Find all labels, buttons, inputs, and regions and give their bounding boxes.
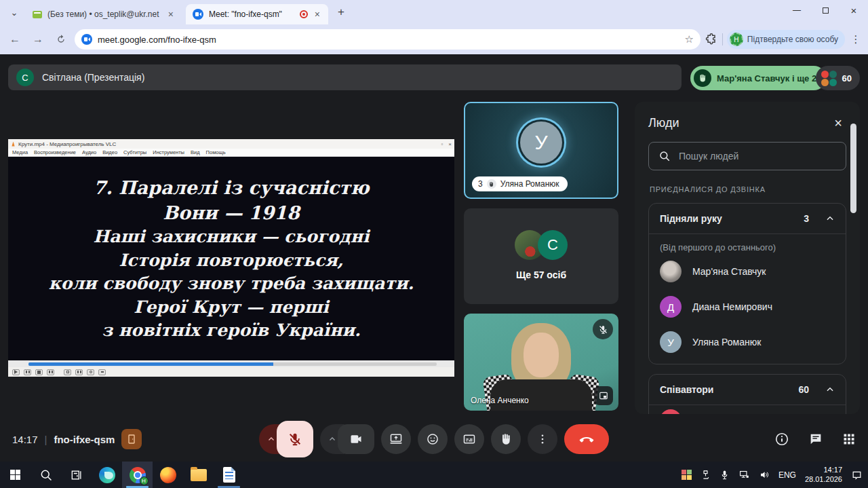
people-panel: Люди × ПРИЄДНАЛИСЯ ДО ДЗВІНКА Підняли ру… (635, 102, 860, 414)
new-tab-button[interactable]: + (332, 3, 350, 21)
people-search[interactable] (648, 142, 846, 170)
reload-button[interactable] (52, 30, 71, 49)
hand-icon (499, 432, 513, 446)
vlc-menu-item[interactable]: Видео (102, 149, 117, 155)
vlc-random-button[interactable] (98, 369, 106, 375)
search-icon (39, 468, 53, 482)
people-search-input[interactable] (679, 151, 836, 162)
reactions-button[interactable] (418, 424, 448, 454)
vlc-next-button[interactable] (47, 369, 54, 375)
pip-button[interactable] (594, 386, 613, 405)
close-button[interactable]: × (840, 0, 868, 20)
toolbar-separator (722, 33, 723, 45)
vlc-previous-button[interactable] (24, 369, 31, 375)
tab-search-button[interactable]: ⌄ (5, 3, 23, 21)
taskbar-chrome[interactable]: H (122, 462, 153, 488)
start-button[interactable] (0, 462, 31, 488)
browser-menu-button[interactable]: ⋮ (849, 33, 863, 45)
grid-icon (842, 432, 856, 446)
usb-tray-icon[interactable] (701, 470, 711, 480)
kebab-icon (536, 433, 549, 445)
vlc-menu-item[interactable]: Помощь (206, 149, 226, 155)
vlc-play-button[interactable] (12, 369, 20, 375)
network-tray-icon[interactable] (738, 470, 750, 480)
taskbar-time: 14:17 (805, 466, 842, 475)
chevron-up-icon[interactable] (825, 385, 835, 394)
address-bar[interactable]: meet.google.com/fno-ifxe-qsm ☆ (75, 29, 701, 50)
participant-video-tile[interactable]: Олена Анченко (464, 314, 618, 411)
vlc-loop-button[interactable] (87, 369, 94, 375)
slide-area: 7. Паралелі із сучасністю Вони — 1918 На… (8, 157, 454, 360)
notification-icon (851, 470, 863, 481)
vlc-stop-button[interactable] (35, 369, 43, 375)
taskbar-search-button[interactable] (31, 462, 61, 488)
panel-scrollbar[interactable] (850, 124, 856, 213)
phone-down-icon (578, 431, 595, 447)
volume-tray-icon[interactable] (759, 470, 770, 480)
overflow-tile[interactable]: C Ще 57 осіб (464, 208, 618, 304)
bookmark-star-icon[interactable]: ☆ (684, 33, 693, 45)
present-screen-button[interactable] (381, 424, 411, 454)
end-call-button[interactable] (564, 424, 609, 454)
more-options-button[interactable] (528, 424, 557, 454)
minimize-button[interactable]: — (783, 0, 811, 20)
participant-tile-active[interactable]: У 3 Уляна Романюк (464, 102, 618, 199)
activities-button[interactable] (842, 432, 856, 446)
chevron-up-icon[interactable] (825, 214, 835, 223)
avatar (660, 261, 682, 282)
task-view-icon (70, 468, 83, 482)
raised-hands-pill[interactable]: Мар'яна Ставчук і ще 2 (690, 66, 826, 90)
tab-close-icon[interactable]: × (313, 9, 321, 20)
taskbar-edge[interactable] (92, 462, 122, 488)
url-text[interactable]: meet.google.com/fno-ifxe-qsm (98, 35, 679, 45)
tab-mail[interactable]: (Без теми) • os_teplik@ukr.net × (26, 4, 182, 24)
participant-row[interactable]: Д Диана Немирович (649, 289, 846, 324)
mic-mute-button[interactable] (277, 421, 313, 457)
taskbar-firefox[interactable] (153, 462, 183, 488)
extensions-button[interactable] (705, 33, 718, 46)
presenter-bar[interactable]: С Світлана (Презентація) (8, 64, 682, 90)
vlc-fullscreen-button[interactable] (64, 369, 71, 375)
vlc-menu-item[interactable]: Медиа (12, 149, 28, 155)
taskbar-document-app[interactable] (214, 462, 244, 488)
profile-chip[interactable]: H Підтвердьте свою особу (727, 30, 845, 49)
vlc-seek-bar[interactable] (8, 360, 454, 367)
vlc-maximize-icon[interactable]: ▫ (441, 141, 443, 147)
vlc-close-icon[interactable]: × (448, 141, 452, 147)
vlc-menu-item[interactable]: Аудио (82, 149, 96, 155)
meet-control-bar: 14:17 | fno-ifxe-qsm (0, 417, 868, 462)
tab-close-icon[interactable]: × (167, 9, 175, 20)
mic-tray-icon[interactable] (719, 470, 730, 480)
cohosts-header[interactable]: Співавтори 60 (649, 375, 846, 405)
participant-name: Мар'яна Ставчук (692, 266, 766, 277)
raised-hands-header[interactable]: Підняли руку 3 (649, 204, 846, 233)
forward-button[interactable]: → (28, 30, 47, 49)
meeting-details-button[interactable] (774, 432, 789, 447)
raise-hand-button[interactable] (491, 424, 521, 454)
action-center-button[interactable] (851, 470, 863, 481)
tab-meet[interactable]: Meet: "fno-ifxe-qsm" × (186, 4, 328, 24)
door-icon (121, 429, 142, 449)
vlc-menu-item[interactable]: Вид (191, 149, 200, 155)
meet-favicon-icon (193, 9, 203, 20)
tray-app-icon[interactable] (682, 470, 692, 480)
chat-button[interactable] (808, 432, 823, 447)
taskbar-explorer[interactable] (183, 462, 214, 488)
participant-row[interactable]: У Уляна Романюк (649, 324, 846, 364)
captions-button[interactable] (454, 424, 484, 454)
taskbar-clock[interactable]: 14:17 28.01.2026 (805, 466, 842, 485)
participant-row[interactable]: Мар'яна Ставчук (649, 254, 846, 289)
vlc-menu-item[interactable]: Воспроизведение (34, 149, 76, 155)
camera-button[interactable] (338, 424, 374, 454)
section-count: 60 (798, 384, 809, 395)
panel-close-button[interactable]: × (830, 115, 846, 131)
participant-count-pill[interactable]: 60 (816, 66, 860, 90)
task-view-button[interactable] (61, 462, 92, 488)
back-button[interactable]: ← (5, 30, 24, 49)
slide-text-line: 7. Паралелі із сучасністю (93, 175, 369, 200)
vlc-menu-item[interactable]: Субтитры (123, 149, 146, 155)
vlc-menu-item[interactable]: Инструменты (153, 149, 184, 155)
language-indicator[interactable]: ENG (778, 470, 796, 480)
maximize-button[interactable] (811, 0, 840, 20)
vlc-playlist-button[interactable] (75, 369, 83, 375)
